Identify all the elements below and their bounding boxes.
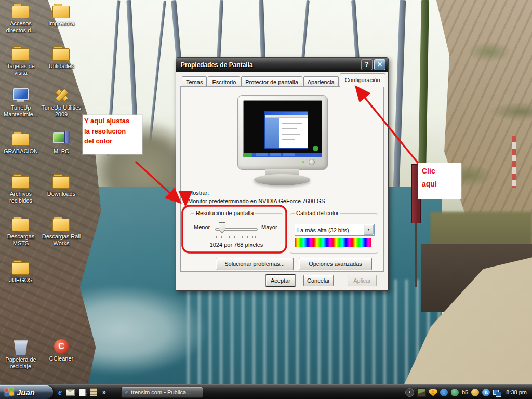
desktop-icon-papelera[interactable]: Papelera de reciclaje	[1, 339, 41, 369]
desktop-icon-label: Impresora	[41, 20, 82, 27]
desktop-icon-utilidades[interactable]: Utilidades	[41, 46, 82, 70]
start-button-label: Juan	[17, 388, 35, 397]
desktop-icon-label: Utilidades	[41, 63, 82, 70]
desktop-icon-archivos-recibidos[interactable]: Archivos recibidos	[1, 174, 41, 204]
desktop-icon-tuneup-utilities[interactable]: TuneUp Utilities 2009	[41, 87, 82, 117]
tuneup-utilities-icon	[52, 87, 71, 103]
monitor-preview	[237, 95, 328, 170]
desktop-icon-label: GRABACION	[1, 148, 41, 155]
folder-icon	[52, 216, 71, 232]
desktop-icon-ccleaner[interactable]: C CCleaner	[41, 339, 82, 362]
taskbar-clock[interactable]: 8:38 pm	[506, 389, 527, 395]
tray-language-indicator[interactable]: b5	[462, 389, 468, 396]
monitor-preview-task	[283, 153, 295, 156]
monitor-preview-logo	[313, 146, 318, 151]
help-button[interactable]: ?	[361, 59, 373, 70]
internet-explorer-icon[interactable]: e	[58, 388, 62, 396]
desktop-icon-label: Papelera de reciclaje	[1, 356, 41, 369]
tray-green-app-icon[interactable]	[451, 389, 459, 396]
clipboard-icon[interactable]	[90, 388, 97, 396]
folder-icon	[11, 3, 30, 19]
close-button[interactable]: ✕	[374, 59, 385, 70]
color-quality-selected-value: La más alta (32 bits)	[295, 227, 363, 233]
folder-icon	[11, 46, 30, 61]
monitor-power-led	[302, 161, 304, 163]
annotation-note-right: Clic aquí	[418, 163, 461, 199]
update-download-icon[interactable]: ↓	[440, 389, 448, 396]
resolution-slider-handle[interactable]	[219, 222, 225, 233]
color-depth-gradient-strip	[295, 238, 371, 247]
tray-collapse-icon[interactable]: ‹	[405, 388, 414, 397]
tray-gold-app-icon[interactable]	[471, 389, 479, 396]
troubleshoot-button[interactable]: Solucionar problemas...	[216, 258, 294, 270]
quick-launch-overflow-icon[interactable]: »	[102, 389, 105, 396]
wallpaper-striped-pole	[512, 136, 516, 188]
monitor-preview-window	[264, 111, 308, 149]
desktop-icon-label: CCleaner	[41, 355, 82, 362]
desktop-icon-descargas-msts[interactable]: Descargas MSTS	[1, 216, 41, 246]
folder-icon	[52, 174, 71, 189]
desktop-icon-juegos[interactable]: JUEGOS	[1, 260, 41, 284]
desktop-icon-mi-pc[interactable]: Mi PC	[41, 131, 82, 155]
windows-logo-icon	[4, 388, 14, 397]
network-icon[interactable]	[493, 389, 501, 396]
desktop-icon-impresora[interactable]: Impresora	[41, 3, 82, 27]
recycle-bin-icon	[11, 339, 30, 355]
dialog-tab-strip: Temas Escritorio Protector de pantalla A…	[182, 74, 387, 87]
folder-icon	[11, 131, 30, 147]
ccleaner-icon: C	[54, 339, 69, 354]
folder-icon	[11, 260, 30, 275]
folder-icon	[52, 46, 71, 61]
tab-temas[interactable]: Temas	[182, 76, 207, 87]
desktop-icon-label: TuneUp Mantenimie...	[1, 104, 41, 117]
monitor-preview-start	[244, 153, 252, 157]
monitor-preview-task	[270, 153, 281, 156]
taskbar: Juan e » e trensim.com • Publica... ‹ ! …	[0, 384, 532, 399]
chevron-down-icon[interactable]: ▼	[364, 225, 374, 235]
desktop-icon-tuneup-mantenimiento[interactable]: TuneUp Mantenimie...	[1, 87, 41, 117]
desktop-icon-downloads[interactable]: Downloads	[41, 174, 82, 197]
start-button[interactable]: Juan	[0, 385, 53, 399]
dialog-title: Propiedades de Pantalla	[181, 61, 360, 69]
dialog-title-bar[interactable]: Propiedades de Pantalla ? ✕	[176, 58, 388, 72]
desktop-icon-tarjetas[interactable]: Tarjetas de visita	[1, 46, 41, 76]
desktop-icon-label: Mi PC	[41, 148, 82, 155]
monitor-preview-window-sidebar	[265, 118, 279, 148]
tab-configuracion[interactable]: Configuración	[340, 73, 385, 87]
tray-app-icon[interactable]	[417, 388, 426, 397]
folder-icon	[11, 174, 30, 189]
annotation-note-left: Y aquí ajustas la resolución del color	[83, 115, 142, 154]
cancel-button[interactable]: Cancelar	[303, 275, 334, 286]
ok-button[interactable]: Aceptar	[265, 275, 296, 286]
monitor-preview-task	[256, 153, 268, 156]
desktop-icon-accesos-directos[interactable]: Accesos directos d...	[1, 3, 41, 33]
resolution-value: 1024 por 768 píxeles	[190, 242, 283, 248]
tray-avast-icon[interactable]: a	[482, 389, 490, 396]
apply-button[interactable]: Aplicar	[348, 275, 377, 286]
resolution-max-label: Mayor	[261, 224, 277, 230]
browser-document-icon[interactable]	[79, 389, 86, 396]
monitor-preview-window-item	[282, 134, 300, 135]
security-shield-icon[interactable]: !	[429, 389, 437, 396]
resolution-min-label: Menor	[194, 224, 210, 230]
desktop-icon-descargas-railworks[interactable]: Descargas Rail Works	[41, 216, 82, 246]
desktop-icon-label: Archivos recibidos	[1, 191, 41, 204]
desktop-icon-label: Tarjetas de visita	[1, 63, 41, 76]
resolution-slider-ticks	[216, 236, 257, 238]
color-quality-select[interactable]: La más alta (32 bits) ▼	[295, 224, 375, 236]
system-tray: ‹ ! ↓ b5 a 8:38 pm	[405, 385, 530, 399]
color-quality-group-title: Calidad del color	[295, 210, 340, 216]
desktop-icon-label: Accesos directos d...	[1, 20, 41, 33]
monitor-preview-window-item	[282, 123, 302, 124]
tab-escritorio[interactable]: Escritorio	[208, 76, 240, 87]
monitor-preview-window-menubar	[265, 115, 308, 118]
tab-protector-de-pantalla[interactable]: Protector de pantalla	[241, 76, 302, 87]
desktop-icon-grabacion[interactable]: GRABACION	[1, 131, 41, 155]
advanced-options-button[interactable]: Opciones avanzadas	[299, 258, 372, 270]
folder-icon	[52, 3, 71, 19]
tab-apariencia[interactable]: Apariencia	[303, 76, 339, 87]
task-button-trensim[interactable]: e trensim.com • Publica...	[121, 387, 203, 398]
mail-icon[interactable]	[66, 389, 75, 396]
settings-tab-page: Mostrar: Monitor predeterminado en NVIDI…	[180, 86, 384, 272]
desktop-icon-label: Descargas Rail Works	[41, 233, 82, 246]
